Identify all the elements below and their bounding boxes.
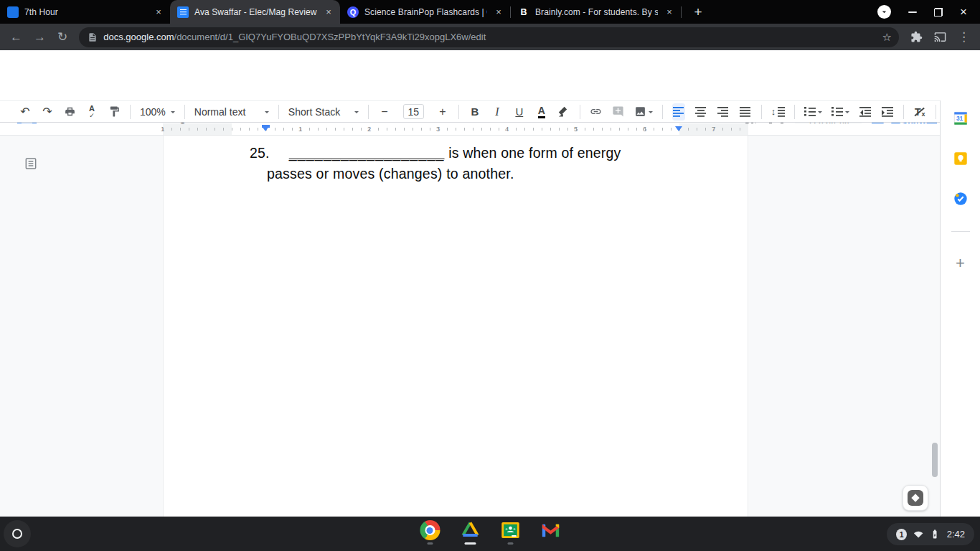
chevron-down-icon bbox=[265, 111, 269, 116]
url-path: /document/d/1_GIQ7YuFYOBuQD7XSzPPbYtYqkF… bbox=[174, 32, 486, 42]
explore-button[interactable] bbox=[903, 485, 928, 511]
ruler[interactable]: 1 1 2 3 4 5 6 7 bbox=[0, 123, 980, 136]
tab-close-icon[interactable]: × bbox=[493, 6, 504, 18]
show-document-outline-button[interactable] bbox=[24, 156, 38, 171]
italic-button[interactable]: I bbox=[491, 103, 504, 121]
restore-window-button[interactable] bbox=[934, 8, 943, 17]
font-select[interactable]: Short Stack bbox=[288, 106, 359, 118]
address-bar: ← → ↻ docs.google.com/document/d/1_GIQ7Y… bbox=[0, 24, 980, 50]
justify-icon bbox=[740, 107, 750, 117]
toolbar-separator bbox=[184, 105, 185, 119]
print-button[interactable] bbox=[63, 103, 76, 121]
toolbar-separator bbox=[794, 105, 795, 119]
align-center-button[interactable] bbox=[694, 103, 707, 121]
highlight-color-button[interactable] bbox=[557, 103, 570, 121]
clock: 2:42 bbox=[947, 529, 965, 540]
increase-font-size-button[interactable]: + bbox=[436, 103, 449, 121]
line-spacing-button[interactable]: ↕ bbox=[771, 103, 786, 121]
back-button[interactable]: ← bbox=[10, 31, 22, 43]
shelf-classroom[interactable] bbox=[500, 520, 521, 545]
question-number: 25. bbox=[250, 145, 270, 161]
align-right-button[interactable] bbox=[717, 103, 730, 121]
toolbar-separator bbox=[278, 105, 279, 119]
launcher-button[interactable] bbox=[4, 520, 31, 547]
question-line-1: 25.__________________ is when one form o… bbox=[250, 143, 748, 164]
google-calendar-icon[interactable]: 31 bbox=[953, 110, 969, 126]
right-indent-marker[interactable] bbox=[675, 126, 682, 135]
media-controls-button[interactable] bbox=[877, 5, 891, 19]
justify-button[interactable] bbox=[739, 103, 752, 121]
tab-close-icon[interactable]: × bbox=[153, 6, 164, 18]
shelf-drive[interactable] bbox=[460, 520, 481, 545]
google-tasks-icon[interactable] bbox=[953, 191, 969, 207]
clear-formatting-button[interactable]: Tx bbox=[913, 103, 926, 121]
get-add-ons-plus-icon[interactable]: + bbox=[956, 256, 965, 270]
wifi-icon bbox=[913, 529, 923, 540]
browser-menu-icon[interactable]: ⋮ bbox=[958, 31, 970, 43]
omnibox[interactable]: docs.google.com/document/d/1_GIQ7YuFYOBu… bbox=[79, 27, 899, 47]
add-comment-button[interactable] bbox=[612, 103, 625, 121]
battery-charging-icon bbox=[930, 529, 940, 540]
chevron-down-icon bbox=[649, 111, 653, 116]
reload-button[interactable]: ↻ bbox=[57, 31, 67, 43]
url-host: docs.google.com bbox=[103, 32, 174, 42]
decrease-indent-button[interactable] bbox=[859, 103, 872, 121]
extensions-icon[interactable] bbox=[910, 31, 923, 43]
google-drive-icon bbox=[460, 520, 480, 540]
tab-close-icon[interactable]: × bbox=[323, 6, 334, 18]
chevron-down-icon bbox=[845, 111, 849, 116]
shelf-gmail[interactable] bbox=[540, 520, 561, 545]
numbered-list-icon bbox=[804, 107, 816, 117]
align-right-icon bbox=[717, 107, 728, 117]
screen: 7th Hour × Ava Swaffar - Elec/Mag Review… bbox=[0, 0, 980, 551]
vertical-scrollbar-thumb[interactable] bbox=[932, 443, 938, 477]
document-canvas: 25.__________________ is when one form o… bbox=[0, 136, 940, 517]
zoom-select[interactable]: 100% bbox=[140, 106, 175, 118]
tab-ava-swaffar-doc[interactable]: Ava Swaffar - Elec/Mag Review - × bbox=[170, 0, 340, 24]
tab-brainly[interactable]: B Brainly.com - For students. By st × bbox=[511, 0, 681, 24]
tab-quizlet[interactable]: Q Science BrainPop Flashcards | Q × bbox=[340, 0, 510, 24]
running-indicator bbox=[427, 542, 433, 545]
insert-link-button[interactable] bbox=[590, 103, 603, 121]
document-paragraph: 25.__________________ is when one form o… bbox=[164, 136, 748, 184]
redo-button[interactable]: ↷ bbox=[41, 103, 54, 121]
document-page[interactable]: 25.__________________ is when one form o… bbox=[163, 136, 748, 517]
bookmark-star-icon[interactable]: ☆ bbox=[882, 31, 892, 44]
bulleted-list-button[interactable] bbox=[831, 103, 849, 121]
chevron-down-icon bbox=[171, 111, 175, 116]
insert-image-button[interactable] bbox=[634, 103, 653, 121]
left-indent-marker[interactable] bbox=[262, 126, 269, 135]
tab-title: Brainly.com - For students. By st bbox=[535, 7, 658, 17]
underline-button[interactable]: U bbox=[513, 103, 526, 121]
line-spacing-icon: ↕ bbox=[771, 106, 786, 117]
toolbar-separator bbox=[130, 105, 131, 119]
tab-7th-hour[interactable]: 7th Hour × bbox=[0, 0, 170, 24]
numbered-list-button[interactable] bbox=[804, 103, 822, 121]
close-window-button[interactable]: × bbox=[960, 6, 967, 18]
cast-icon[interactable] bbox=[934, 31, 946, 43]
minimize-button[interactable] bbox=[908, 11, 917, 13]
bold-button[interactable]: B bbox=[468, 103, 481, 121]
google-keep-icon[interactable] bbox=[953, 151, 969, 166]
page-info-icon[interactable] bbox=[88, 32, 98, 42]
align-center-icon bbox=[695, 107, 706, 117]
shelf-chrome[interactable] bbox=[420, 520, 440, 545]
tab-close-icon[interactable]: × bbox=[664, 6, 675, 18]
decrease-font-size-button[interactable]: − bbox=[378, 103, 391, 121]
forward-button[interactable]: → bbox=[34, 31, 46, 43]
chevron-down-icon bbox=[818, 111, 822, 116]
new-tab-button[interactable]: + bbox=[689, 3, 707, 22]
font-size-field[interactable]: 15 bbox=[403, 104, 424, 119]
spelling-check-button[interactable]: A ✓ bbox=[85, 103, 98, 121]
active-indicator bbox=[464, 542, 476, 545]
paragraph-style-select[interactable]: Normal text bbox=[194, 106, 269, 118]
status-tray[interactable]: 1 2:42 bbox=[887, 523, 974, 545]
docs-header: Ava Swaffar - Elec/Mag Review ☆ File Edi… bbox=[0, 50, 980, 100]
increase-indent-button[interactable] bbox=[881, 103, 894, 121]
align-left-button[interactable] bbox=[672, 103, 685, 121]
paint-format-button[interactable] bbox=[108, 103, 121, 121]
undo-button[interactable]: ↶ bbox=[19, 103, 32, 121]
text-color-button[interactable]: A bbox=[535, 103, 548, 121]
brainly-favicon: B bbox=[518, 6, 529, 18]
toolbar-separator bbox=[662, 105, 663, 119]
